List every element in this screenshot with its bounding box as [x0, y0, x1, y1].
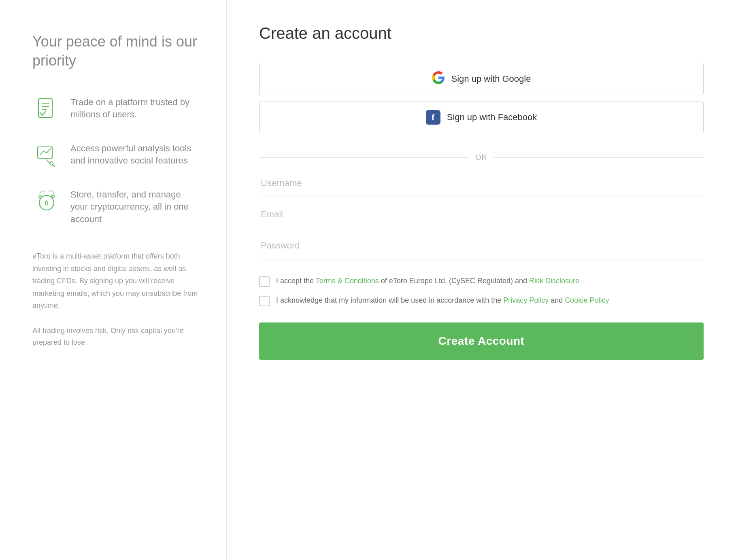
terms-label: I accept the Terms & Conditions of eToro… — [276, 276, 579, 286]
risk-text: All trading involves risk. Only risk cap… — [32, 325, 198, 348]
svg-point-10 — [52, 195, 54, 197]
crypto-icon: ₿ — [32, 187, 61, 215]
or-divider: OR — [259, 153, 704, 162]
form-title: Create an account — [259, 24, 704, 42]
svg-text:₿: ₿ — [45, 199, 48, 206]
main-title: Your peace of mind is our priority — [32, 32, 198, 70]
social-buttons: Sign up with Google f Sign up with Faceb… — [259, 63, 704, 133]
password-input[interactable] — [259, 232, 704, 259]
feature-crypto: ₿ Store, transfer, and manage your crypt… — [32, 187, 198, 226]
feature-list: Trade on a platform trusted by millions … — [32, 95, 198, 226]
privacy-checkbox[interactable] — [259, 296, 270, 306]
privacy-policy-link[interactable]: Privacy Policy — [503, 296, 549, 304]
cookie-policy-link[interactable]: Cookie Policy — [565, 296, 609, 304]
create-account-button[interactable]: Create Account — [259, 322, 704, 360]
terms-conditions-link[interactable]: Terms & Conditions — [316, 277, 379, 285]
svg-point-9 — [39, 196, 41, 198]
or-line-left — [259, 157, 469, 158]
feature-analysis: Access powerful analysis tools and innov… — [32, 141, 198, 169]
form-fields — [259, 170, 704, 263]
email-input[interactable] — [259, 201, 704, 228]
google-signup-label: Sign up with Google — [451, 74, 531, 84]
privacy-label: I acknowledge that my information will b… — [276, 295, 609, 306]
facebook-signup-button[interactable]: f Sign up with Facebook — [259, 102, 704, 133]
or-line-right — [494, 157, 704, 158]
terms-checkbox[interactable] — [259, 276, 270, 287]
terms-checkbox-row: I accept the Terms & Conditions of eToro… — [259, 276, 704, 287]
facebook-icon: f — [426, 110, 440, 125]
or-text: OR — [476, 153, 487, 162]
google-icon — [432, 71, 445, 87]
feature-crypto-text: Store, transfer, and manage your cryptoc… — [70, 187, 198, 226]
feature-trust: Trade on a platform trusted by millions … — [32, 95, 198, 123]
risk-disclosure-link[interactable]: Risk Disclosure — [529, 277, 579, 285]
svg-line-6 — [52, 165, 55, 166]
trust-icon — [32, 95, 61, 123]
left-panel: Your peace of mind is our priority Trade… — [0, 0, 227, 560]
description-text: eToro is a multi-asset platform that off… — [32, 250, 198, 312]
google-signup-button[interactable]: Sign up with Google — [259, 63, 704, 95]
privacy-checkbox-row: I acknowledge that my information will b… — [259, 295, 704, 306]
feature-analysis-text: Access powerful analysis tools and innov… — [70, 141, 198, 168]
checkboxes: I accept the Terms & Conditions of eToro… — [259, 276, 704, 306]
right-panel: Create an account Sign up with Google f … — [227, 0, 736, 560]
svg-rect-0 — [38, 99, 52, 117]
username-input[interactable] — [259, 170, 704, 197]
page-container: Your peace of mind is our priority Trade… — [0, 0, 736, 560]
analysis-icon — [32, 141, 61, 169]
facebook-signup-label: Sign up with Facebook — [447, 112, 537, 123]
feature-trust-text: Trade on a platform trusted by millions … — [70, 95, 198, 121]
